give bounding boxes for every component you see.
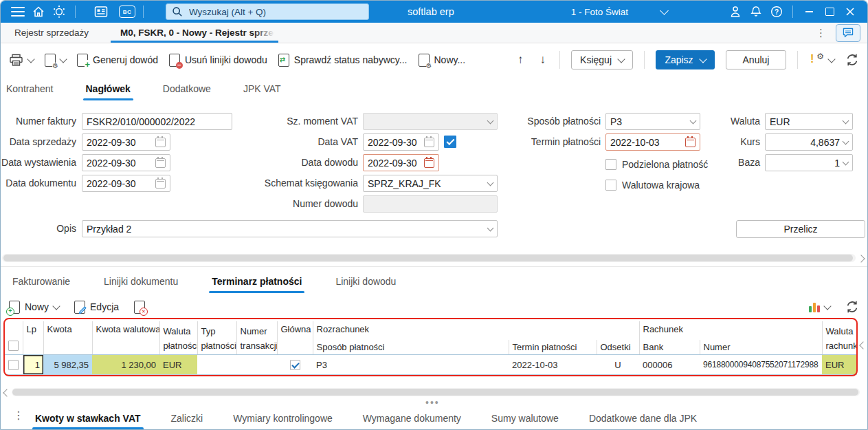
ksieguj-button[interactable]: Księguj: [571, 50, 633, 69]
termin-platnosci-input[interactable]: 2022-10-03: [605, 133, 700, 151]
podzielona-platnosc-checkbox[interactable]: [605, 159, 616, 170]
calendar-icon[interactable]: [424, 158, 434, 168]
data-vat-checkbox[interactable]: [444, 136, 456, 148]
form-hscrollbar-thumb[interactable]: [3, 255, 853, 261]
hamburger-menu-icon[interactable]: [8, 3, 28, 21]
calendar-icon[interactable]: [155, 158, 166, 168]
glowna-checkbox[interactable]: [290, 360, 300, 370]
cell-waluta-platnosci[interactable]: EUR: [159, 355, 197, 375]
kurs-select[interactable]: 4,8637: [765, 133, 853, 151]
global-search[interactable]: [166, 3, 369, 20]
chart-dropdown-chevron[interactable]: [823, 302, 831, 310]
edit-row-button[interactable]: Edycja: [74, 301, 119, 314]
numer-dowodu-input[interactable]: [363, 195, 498, 213]
news-icon[interactable]: [91, 3, 111, 21]
doc-settings-dropdown-chevron[interactable]: [59, 55, 67, 63]
table-hscrollbar[interactable]: [12, 388, 860, 396]
cell-termin-platnosci[interactable]: 2022-10-03: [509, 355, 597, 375]
scroll-left-icon[interactable]: [3, 389, 10, 396]
tab-linijki-dokumentu[interactable]: Linijki dokumentu: [102, 270, 179, 293]
data-vat-input[interactable]: 2022-09-30: [363, 133, 439, 151]
document-settings-button[interactable]: ⚙: [45, 54, 66, 67]
print-button[interactable]: [9, 54, 34, 67]
sposob-platnosci-select[interactable]: P3: [605, 113, 700, 130]
settings-warning-button[interactable]: !⚙: [809, 53, 834, 67]
chevron-down-icon[interactable]: [843, 117, 849, 124]
cell-numer-rachunku[interactable]: 96188000094087552071172988: [700, 355, 822, 375]
cell-lp[interactable]: 1: [23, 355, 43, 375]
cell-kwota[interactable]: 5 982,35: [43, 355, 92, 375]
new-row-button[interactable]: + Nowy: [9, 301, 59, 314]
walutowa-krajowa-checkbox[interactable]: [605, 180, 616, 191]
close-button[interactable]: [840, 3, 860, 21]
calendar-icon[interactable]: [155, 179, 166, 189]
settings-dropdown-chevron[interactable]: [827, 55, 835, 63]
remove-proof-lines-button[interactable]: − Usuń linijki dowodu: [169, 54, 267, 67]
chart-view-button[interactable]: [809, 301, 830, 312]
lightbulb-icon[interactable]: [49, 3, 69, 21]
move-up-button[interactable]: ↑: [515, 53, 526, 67]
chevron-down-icon[interactable]: [690, 117, 697, 124]
new-document-button[interactable]: ⚙ Nowy...: [419, 54, 466, 67]
chevron-down-icon[interactable]: [487, 224, 494, 231]
tab-linijki-dowodu[interactable]: Linijki dowodu: [334, 270, 397, 293]
help-icon[interactable]: ?: [766, 3, 787, 21]
chat-button[interactable]: [836, 24, 860, 42]
tab-jpk-vat[interactable]: JPK VAT: [242, 76, 282, 100]
schemat-ksiegowania-select[interactable]: SPRZ_KRAJ_FK: [363, 175, 498, 192]
numer-faktury-input[interactable]: FSKR2/010/000002/2022: [82, 113, 232, 130]
chevron-down-icon[interactable]: [843, 158, 849, 165]
payment-row[interactable]: 1 5 982,35 1 230,00 EUR P3 2022-10-03 U …: [5, 355, 857, 375]
data-dokumentu-input[interactable]: 2022-09-30: [82, 175, 170, 192]
scroll-right-icon[interactable]: [857, 255, 865, 262]
anuluj-button[interactable]: Anuluj: [726, 50, 786, 69]
przelicz-button[interactable]: Przelicz: [736, 220, 865, 238]
generate-proof-button[interactable]: + Generuj dowód: [77, 54, 158, 67]
row-select-cell[interactable]: [5, 355, 23, 375]
zapisz-button[interactable]: Zapisz: [656, 50, 715, 69]
tab-sumy-walutowe[interactable]: Sumy walutowe: [490, 407, 560, 430]
tab-dodatkowe-dane-dla-jpk[interactable]: Dodatkowe dane dla JPK: [588, 407, 698, 430]
cell-bank[interactable]: 000006: [639, 355, 700, 375]
cell-typ-platnosci[interactable]: [197, 355, 236, 375]
sz-moment-vat-select[interactable]: [363, 113, 498, 130]
check-buyer-status-button[interactable]: ⇄ Sprawdź status nabywcy...: [278, 54, 408, 67]
select-all-checkbox[interactable]: [8, 341, 19, 351]
baza-select[interactable]: 1: [765, 154, 853, 171]
search-input[interactable]: [188, 6, 363, 18]
chevron-down-icon[interactable]: [843, 138, 849, 144]
data-sprzedazy-input[interactable]: 2022-09-30: [82, 133, 170, 151]
refresh-detail-button[interactable]: [845, 300, 859, 314]
data-dowodu-input[interactable]: 2022-09-30: [363, 154, 439, 171]
opis-combobox[interactable]: Przykład 2: [82, 220, 498, 237]
ksieguj-dropdown-chevron[interactable]: [617, 55, 625, 63]
zapisz-dropdown-chevron[interactable]: [699, 55, 706, 63]
tab-fakturowanie[interactable]: Fakturowanie: [11, 270, 71, 293]
cell-kwota-walutowa[interactable]: 1 230,00: [92, 355, 159, 375]
maximize-button[interactable]: [819, 3, 840, 21]
chevron-down-icon[interactable]: [487, 179, 494, 186]
calendar-icon[interactable]: [685, 138, 695, 147]
chevron-down-icon[interactable]: [660, 6, 669, 15]
delete-row-button[interactable]: ✕: [134, 301, 145, 314]
calendar-icon[interactable]: [155, 138, 166, 147]
tab-naglowek[interactable]: Nagłówek: [85, 76, 132, 100]
tab-zaliczki[interactable]: Zaliczki: [170, 407, 205, 430]
tab-terminarz-platnosci[interactable]: Terminarz płatności: [210, 270, 303, 293]
new-row-dropdown-chevron[interactable]: [52, 302, 60, 310]
form-hscrollbar[interactable]: [2, 254, 856, 262]
bc-icon[interactable]: BC: [117, 3, 137, 21]
user-icon[interactable]: [725, 3, 746, 21]
cell-sposob-platnosci[interactable]: P3: [313, 355, 509, 375]
tab-rejestr-sprzedazy[interactable]: Rejestr sprzedaży: [5, 23, 98, 43]
table-hscrollbar-thumb[interactable]: [12, 389, 858, 396]
cell-waluta-rachunku[interactable]: EUR: [822, 355, 857, 375]
refresh-button[interactable]: [845, 53, 859, 67]
waluta-select[interactable]: EUR: [765, 113, 853, 130]
tab-wymiary-kontrolingowe[interactable]: Wymiary kontrolingowe: [232, 407, 334, 430]
tab-kontrahent[interactable]: Kontrahent: [5, 76, 55, 100]
home-icon[interactable]: [28, 3, 49, 21]
more-options-icon[interactable]: ⋮: [813, 30, 829, 36]
splitter-handle[interactable]: •••: [425, 400, 440, 405]
tab-document-active[interactable]: M0, FSKR, 0 - Nowy - Rejestr sprzedaż: [111, 23, 278, 43]
